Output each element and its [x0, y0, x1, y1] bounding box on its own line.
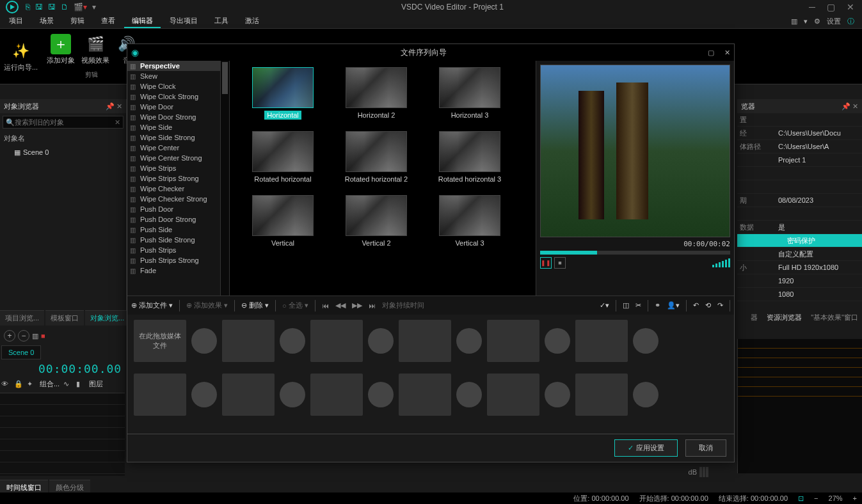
- transition-slot[interactable]: [633, 328, 658, 354]
- rotate-left-icon[interactable]: ↶: [693, 301, 699, 310]
- expand-icon[interactable]: ▾: [804, 17, 808, 26]
- qat-icon-4[interactable]: 🗋: [61, 3, 68, 12]
- effect-thumbnail[interactable]: Horizontal 3: [435, 67, 505, 120]
- skip-fwd-icon[interactable]: ⏭: [369, 302, 376, 310]
- effect-item[interactable]: Wipe Door Strong: [127, 112, 229, 122]
- transition-slot[interactable]: [191, 382, 217, 407]
- effect-thumbnail[interactable]: Vertical 3: [435, 195, 505, 248]
- wave-icon[interactable]: ∿: [63, 380, 72, 388]
- transition-slot[interactable]: [545, 382, 570, 407]
- person-icon[interactable]: 👤▾: [667, 301, 680, 310]
- wizard-button[interactable]: ✨ 运行向导...: [4, 41, 38, 72]
- close-icon[interactable]: ✕: [847, 2, 854, 12]
- effect-item[interactable]: Wipe Side Strong: [127, 132, 229, 143]
- apply-button[interactable]: ✓应用设置: [614, 439, 678, 457]
- drop-slot[interactable]: [575, 374, 628, 416]
- volume-icon[interactable]: [712, 258, 730, 267]
- zoom-out-icon[interactable]: −: [814, 494, 818, 502]
- tab-object-browser[interactable]: 对象浏览...: [85, 310, 130, 326]
- forward-icon[interactable]: ▶▶: [352, 301, 362, 310]
- effect-item[interactable]: Perspective: [127, 61, 229, 71]
- effect-list-scrollbar[interactable]: [220, 61, 229, 295]
- cut-icon[interactable]: ✂: [635, 301, 641, 310]
- effect-thumbnail[interactable]: Rotated horizontal: [248, 131, 318, 184]
- property-row[interactable]: 期08/08/2023: [737, 194, 862, 207]
- effect-item[interactable]: Wipe Clock Strong: [127, 91, 229, 102]
- transition-slot[interactable]: [633, 382, 658, 407]
- media-drop-area[interactable]: 在此拖放媒体文件: [127, 315, 734, 434]
- transition-slot[interactable]: [368, 328, 394, 354]
- barcode-icon[interactable]: ▥: [32, 332, 38, 340]
- combo-label[interactable]: 组合...: [40, 379, 60, 389]
- stop-button[interactable]: ■: [554, 257, 566, 269]
- lock-icon[interactable]: 🔒: [14, 380, 23, 388]
- rp-tab-2[interactable]: 资源浏览器: [763, 310, 806, 325]
- rewind-icon[interactable]: ◀◀: [335, 301, 346, 310]
- qat-icon-5[interactable]: 🎬▾: [74, 3, 87, 12]
- property-row[interactable]: 经C:\Users\User\Docu: [737, 127, 862, 140]
- rp-tab-3[interactable]: "基本效果"窗口: [807, 310, 862, 325]
- transition-slot[interactable]: [280, 328, 305, 354]
- qat-icon-2[interactable]: 🖫: [35, 3, 43, 12]
- record-icon[interactable]: ■: [41, 332, 45, 340]
- drop-slot[interactable]: [310, 320, 363, 362]
- transition-slot[interactable]: [191, 328, 217, 354]
- effect-item[interactable]: Wipe Strips Strong: [127, 173, 229, 184]
- crop-icon[interactable]: ◫: [623, 301, 629, 310]
- help-icon[interactable]: ⓘ: [847, 17, 854, 26]
- effect-item[interactable]: Push Side: [127, 224, 229, 235]
- tree-item-scene[interactable]: ▦Scene 0: [0, 146, 126, 159]
- rotate-right-icon[interactable]: ↷: [717, 301, 723, 310]
- settings-label[interactable]: 设置: [827, 17, 841, 26]
- effect-list[interactable]: PerspectiveSkewWipe ClockWipe Clock Stro…: [127, 61, 230, 295]
- drop-slot[interactable]: [310, 374, 363, 416]
- property-row[interactable]: 体路径C:\Users\User\A: [737, 140, 862, 154]
- minimize-icon[interactable]: ─: [809, 2, 815, 12]
- effect-thumbnail[interactable]: Vertical: [248, 195, 318, 248]
- eye-icon[interactable]: 👁: [1, 380, 10, 388]
- rotate-90-icon[interactable]: ⟲: [705, 301, 711, 310]
- dialog-close-icon[interactable]: ✕: [724, 49, 730, 57]
- transition-slot[interactable]: [368, 382, 394, 407]
- select-all-button[interactable]: ○全选 ▾: [282, 301, 308, 310]
- video-fx-button[interactable]: 🎬 视频效果: [81, 34, 109, 65]
- drop-slot[interactable]: [487, 374, 539, 416]
- add-object-button[interactable]: ＋ 添加对象: [47, 34, 75, 65]
- drop-slot[interactable]: [487, 320, 539, 362]
- zoom-in-icon[interactable]: +: [853, 494, 857, 502]
- dialog-maximize-icon[interactable]: ▢: [708, 49, 714, 57]
- scene-tab[interactable]: Scene 0: [1, 345, 41, 359]
- effect-thumbnail[interactable]: Rotated horizontal 3: [435, 131, 505, 184]
- bars-icon[interactable]: ▮: [76, 380, 85, 388]
- effect-item[interactable]: Push Door: [127, 204, 229, 214]
- property-row[interactable]: 数据是: [737, 221, 862, 234]
- menu-activate[interactable]: 激活: [237, 15, 267, 28]
- menu-view[interactable]: 查看: [93, 15, 123, 28]
- maximize-icon[interactable]: ▢: [827, 2, 835, 12]
- property-row[interactable]: 密码保护: [737, 234, 862, 248]
- menu-tools[interactable]: 工具: [207, 15, 236, 28]
- effect-thumbnail[interactable]: Horizontal: [248, 67, 318, 120]
- effect-item[interactable]: Push Side Strong: [127, 235, 229, 245]
- menu-scene[interactable]: 场景: [32, 15, 61, 28]
- effect-thumbnail[interactable]: Vertical 2: [341, 195, 411, 248]
- effect-item[interactable]: Push Door Strong: [127, 214, 229, 224]
- transition-slot[interactable]: [280, 382, 305, 407]
- drop-slot[interactable]: [399, 374, 451, 416]
- remove-button[interactable]: −: [18, 330, 29, 342]
- duration-button[interactable]: 对象持续时间: [382, 301, 424, 310]
- add-file-button[interactable]: ⊕添加文件 ▾: [131, 301, 173, 310]
- transition-slot[interactable]: [545, 328, 570, 354]
- effect-item[interactable]: Wipe Center Strong: [127, 153, 229, 163]
- transition-slot[interactable]: [456, 328, 482, 354]
- add-button[interactable]: +: [4, 330, 15, 342]
- effect-item[interactable]: Wipe Checker: [127, 184, 229, 194]
- delete-button[interactable]: ⊖删除 ▾: [241, 301, 269, 310]
- effect-thumbnail[interactable]: Horizontal 2: [341, 67, 411, 120]
- property-row[interactable]: [737, 207, 862, 221]
- pause-button[interactable]: ❚❚: [540, 257, 552, 269]
- effect-item[interactable]: Skew: [127, 71, 229, 81]
- effect-thumbnail[interactable]: Rotated horizontal 2: [341, 131, 411, 184]
- effect-item[interactable]: Wipe Side: [127, 122, 229, 132]
- clear-icon[interactable]: ✕: [115, 118, 120, 127]
